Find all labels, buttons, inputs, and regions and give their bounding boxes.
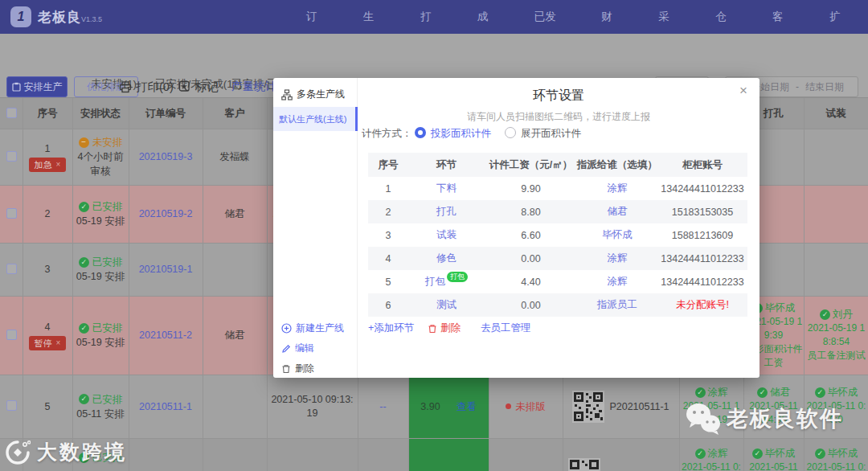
check-icon: [815, 387, 825, 398]
watermark-dashukuajing: 大数跨境: [5, 439, 127, 465]
row-checkbox[interactable]: [6, 400, 17, 411]
radio-projection-area[interactable]: [415, 127, 426, 138]
assignee-link[interactable]: 涂辉: [577, 270, 657, 293]
org-chart-icon: [281, 89, 293, 100]
nav-item-packing[interactable]: 打包: [402, 0, 459, 34]
modal-title: 环节设置: [358, 88, 760, 104]
nav-menu: 订单 生产 打包 成品 已发货 财务 采购 仓库 客户 扩展: [288, 0, 868, 34]
row-checkbox[interactable]: [6, 208, 17, 219]
check-icon: [815, 448, 825, 459]
end-date-input[interactable]: 结束日期: [805, 80, 844, 94]
nav-item-extensions[interactable]: 扩展: [811, 0, 868, 34]
view-link[interactable]: 查看: [457, 399, 477, 414]
order-link[interactable]: 20210511-2: [129, 296, 203, 375]
nav-item-shipped[interactable]: 已发货: [516, 0, 583, 34]
check-icon: [752, 448, 763, 459]
app-screen: 1 老板良V1.3.5 订单 生产 打包 成品 已发货 财务 采购 仓库 客户 …: [0, 0, 868, 471]
seq-cell: 5: [23, 375, 72, 438]
dash-cell: --: [358, 375, 408, 438]
top-navbar: 1 老板良V1.3.5 订单 生产 打包 成品 已发货 财务 采购 仓库 客户 …: [0, 0, 868, 34]
check-icon: [820, 309, 830, 320]
col-header-seq: 序号: [23, 98, 72, 129]
check-icon: [695, 387, 706, 398]
go-employee-management-link[interactable]: 去员工管理: [481, 322, 531, 335]
status-cell: 已安排 05-19 安排: [72, 243, 129, 296]
stage-link[interactable]: 修色: [408, 247, 485, 270]
status-cell: 已安排 05-19 安排: [72, 296, 129, 375]
qr-code: [568, 458, 600, 471]
stage-link[interactable]: 测试: [408, 293, 485, 317]
urgent-badge[interactable]: 加急×: [29, 158, 67, 172]
area-cell: 3.90 查看: [408, 375, 489, 438]
row-checkbox[interactable]: [6, 330, 17, 340]
badge-close-icon[interactable]: ×: [56, 338, 61, 349]
production-line-sidebar: 多条生产线 默认生产线(主线) 新建生产线 编辑 删除: [273, 78, 358, 378]
paused-badge[interactable]: 暂停×: [29, 336, 67, 350]
nav-item-finished[interactable]: 成品: [459, 0, 516, 34]
sidebar-item-default-line[interactable]: 默认生产线(主线): [273, 107, 358, 131]
stage-link[interactable]: 打孔: [408, 200, 485, 223]
delete-line-button[interactable]: 删除: [281, 362, 314, 375]
order-link[interactable]: 20210519-2: [129, 185, 203, 243]
radio-projection-label[interactable]: 投影面积计件: [431, 127, 491, 141]
nav-item-finance[interactable]: 财务: [583, 0, 640, 34]
nav-item-orders[interactable]: 订单: [288, 0, 345, 34]
toolbar: 安排生产 优化排版 打印(0) 标记 产量统计 环节设置 安排状态 开始日期 -…: [0, 34, 868, 71]
add-stage-link[interactable]: +添加环节: [368, 322, 414, 335]
assignee-link[interactable]: 涂辉: [577, 177, 657, 200]
production-stats-link[interactable]: 产量统计: [231, 74, 276, 100]
nav-item-warehouse[interactable]: 仓库: [697, 0, 754, 34]
mark-button[interactable]: 标记: [178, 74, 219, 100]
print-button[interactable]: 打印(0): [119, 74, 174, 100]
nav-item-purchasing[interactable]: 采购: [640, 0, 697, 34]
radio-expand-area[interactable]: [505, 127, 516, 138]
edit-line-button[interactable]: 编辑: [281, 342, 314, 355]
order-link[interactable]: 20210511-1: [129, 375, 203, 438]
brand-name: 老板良V1.3.5: [38, 8, 102, 27]
col-header-status: 安排状态: [72, 98, 129, 129]
order-link[interactable]: 20210519-3: [129, 129, 203, 185]
row-checkbox[interactable]: [6, 151, 17, 162]
date-separator: -: [796, 81, 799, 92]
stage-row: 4 修色 0.00 涂辉 134244411012233: [368, 247, 747, 270]
modal-table-header: 序号 环节 计件工资（元/㎡） 指派给谁（选填） 柜柜账号: [368, 153, 747, 177]
modal-subtitle: 请车间人员扫描图纸二维码，进行进度上报: [358, 110, 760, 124]
assignee-link[interactable]: 毕怀成: [577, 223, 657, 247]
status-cell: 未安排 4个小时前 审核: [72, 129, 129, 185]
nav-item-customers[interactable]: 客户: [754, 0, 811, 34]
seq-cell: 1 加急×: [23, 129, 72, 185]
delete-stage-link[interactable]: 删除: [428, 322, 461, 335]
arrange-production-button[interactable]: 安排生产: [6, 76, 68, 97]
assignee-link[interactable]: 涂辉: [577, 247, 657, 270]
assign-employee-link[interactable]: 指派员工: [577, 293, 657, 317]
plus-circle-icon: [281, 323, 292, 334]
new-production-line-button[interactable]: 新建生产线: [281, 322, 344, 335]
select-all-checkbox[interactable]: [6, 108, 17, 118]
dashukuajing-logo-icon: [5, 440, 31, 465]
stage-link[interactable]: 试装: [408, 223, 485, 247]
status-cell: 已安排 05-19 安排: [72, 185, 129, 243]
area-value: 3.90: [420, 399, 440, 414]
badge-close-icon[interactable]: ×: [56, 159, 61, 170]
pending-icon: [79, 137, 89, 148]
nav-item-production[interactable]: 生产: [345, 0, 402, 34]
trash-icon: [281, 364, 291, 374]
watermark-laobanliang: 老板良软件: [685, 402, 843, 436]
area-cell-highlight: [408, 439, 489, 471]
row-checkbox[interactable]: [6, 264, 17, 274]
wechat-icon: [685, 402, 722, 436]
printer-icon: [119, 81, 132, 93]
customer-cell: 储君: [203, 296, 267, 375]
order-link[interactable]: 20210519-1: [129, 243, 203, 296]
assignee-link[interactable]: 储君: [577, 200, 657, 223]
stage-link[interactable]: 打包: [425, 275, 445, 289]
customer-cell: 储君: [203, 185, 267, 243]
radio-expand-label[interactable]: 展开面积计件: [521, 127, 581, 141]
col-header-customer: 客户: [203, 98, 267, 129]
stage-link[interactable]: 下料: [408, 177, 485, 200]
stage-cut-cell: 涂辉 2021-05-11 0:: [680, 439, 743, 471]
seq-cell: 3: [23, 243, 72, 296]
layout-status-cell: 未排版: [489, 375, 563, 438]
stage-row: 2 打孔 8.80 储君 15183153035: [368, 200, 747, 223]
check-icon: [79, 257, 89, 268]
